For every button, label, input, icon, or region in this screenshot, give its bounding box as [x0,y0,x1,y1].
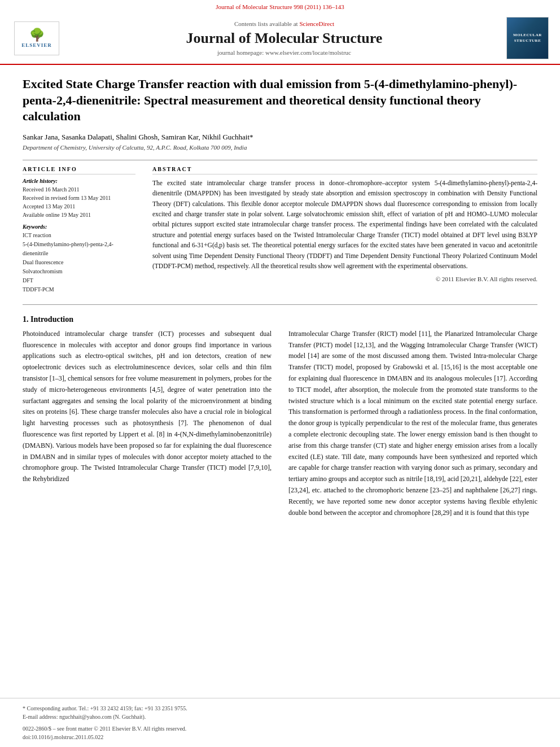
intro-text-col1: Photoinduced intramolecular charge trans… [23,329,272,485]
article-body: Excited State Charge Transfer reaction w… [0,65,560,692]
article-history-title: Article history: [23,178,135,184]
keyword-2: 5-(4-Dimethylamino-phenyl)-penta-2,4-die… [23,240,135,258]
footnote-email: E-mail address: nguchhait@yahoo.com (N. … [23,713,537,721]
science-direct-link[interactable]: ScienceDirect [299,20,334,27]
divider-2 [23,304,537,305]
accepted-date: Accepted 13 May 2011 [23,202,135,211]
abstract-column: ABSTRACT The excited state intramolecula… [152,166,537,294]
authors: Sankar Jana, Sasanka Dalapati, Shalini G… [23,133,537,142]
copyright-line: © 2011 Elsevier B.V. All rights reserved… [152,276,537,282]
email-label: E-mail address: [23,714,58,720]
elsevier-logo: 🌳 ELSEVIER [11,21,62,55]
keyword-3: Dual fluorescence [23,258,135,267]
keywords-section: Keywords: ICT reaction 5-(4-Dimethylamin… [23,224,135,294]
journal-top-bar: Journal of Molecular Structure 998 (2011… [11,3,549,10]
abstract-text: The excited state intramolecular charge … [152,178,537,272]
intro-col1: Photoinduced intramolecular charge trans… [23,329,272,519]
keyword-6: TDDFT-PCM [23,285,135,294]
article-info-column: ARTICLE INFO Article history: Received 1… [23,166,135,294]
intro-col2: Intramolecular Charge Transfer (RICT) mo… [288,329,537,519]
email-address: nguchhait@yahoo.com (N. Guchhait). [59,714,146,720]
journal-title-center: Contents lists available at ScienceDirec… [62,20,506,56]
article-info-heading: ARTICLE INFO [23,166,135,174]
footnote-corresponding: * Corresponding author. Tel.: +91 33 243… [23,704,537,713]
journal-main-title: Journal of Molecular Structure [73,29,495,47]
journal-homepage: journal homepage: www.elsevier.com/locat… [73,49,495,56]
elsevier-brand-text: ELSEVIER [21,42,52,48]
keyword-4: Solvatochromism [23,267,135,276]
keywords-heading: Keywords: [23,224,135,230]
info-abstract-section: ARTICLE INFO Article history: Received 1… [23,166,537,294]
page: Journal of Molecular Structure 998 (2011… [0,0,560,747]
elsevier-logo-box: 🌳 ELSEVIER [14,21,59,55]
available-date: Available online 19 May 2011 [23,211,135,219]
intro-text-col2: Intramolecular Charge Transfer (RICT) mo… [288,329,537,519]
affiliation: Department of Chemistry, University of C… [23,144,537,151]
doi-line: doi:10.1016/j.molstruc.2011.05.022 [23,733,537,741]
intro-text-columns: Photoinduced intramolecular charge trans… [23,329,537,519]
revised-date: Received in revised form 13 May 2011 [23,194,135,202]
received-date: Received 16 March 2011 [23,185,135,194]
contents-available-line: Contents lists available at ScienceDirec… [73,20,495,27]
issn-line: 0022-2860/$ – see front matter © 2011 El… [23,724,537,733]
cover-image-text: MOLECULAR STRUCTURE [507,33,548,44]
abstract-heading: ABSTRACT [152,166,537,174]
journal-info-text: Journal of Molecular Structure 998 (2011… [216,3,344,10]
footer-area: * Corresponding author. Tel.: +91 33 243… [0,698,560,747]
elsevier-tree-icon: 🌳 [29,29,45,41]
keyword-5: DFT [23,276,135,285]
header-content: 🌳 ELSEVIER Contents lists available at S… [11,12,549,64]
journal-header: Journal of Molecular Structure 998 (2011… [0,0,560,65]
section1-title: 1. Introduction [23,315,537,324]
keyword-1: ICT reaction [23,231,135,240]
cover-image: MOLECULAR STRUCTURE [506,17,549,59]
divider [23,160,537,160]
article-title: Excited State Charge Transfer reaction w… [23,76,537,125]
